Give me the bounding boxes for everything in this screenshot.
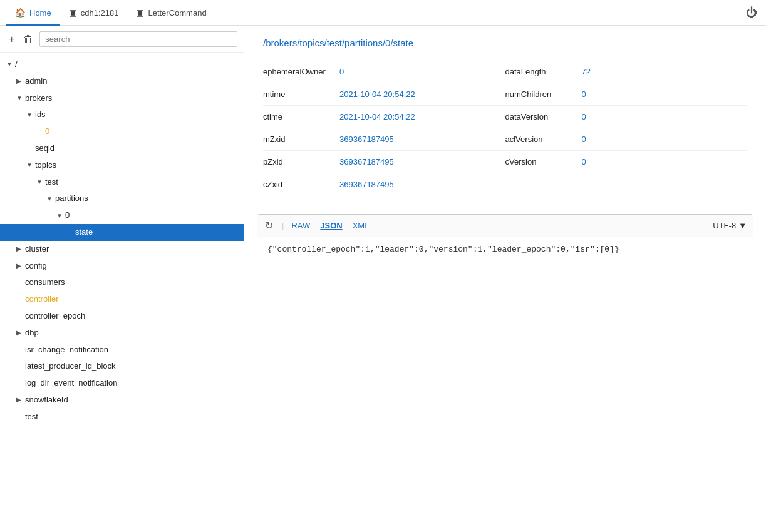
tree-node-log_dir[interactable]: log_dir_event_notification	[0, 375, 244, 392]
tree-node-test2[interactable]: test	[0, 409, 244, 426]
tree-label: consumers	[25, 276, 65, 289]
meta-key: dataLength	[505, 67, 574, 76]
tree-node-controller[interactable]: controller	[0, 291, 244, 308]
tree-arrow: ▼	[46, 194, 55, 204]
meta-value: 369367187495	[339, 157, 394, 166]
tree-node-cluster[interactable]: ▶cluster	[0, 241, 244, 258]
tree-node-latest_producer[interactable]: latest_producer_id_block	[0, 358, 244, 375]
encoding-select[interactable]: UTF-8 ▼	[713, 221, 747, 230]
tab-lettercommand-label: LetterCommand	[148, 8, 206, 18]
meta-row: ephemeralOwner0	[263, 61, 505, 83]
meta-left-col: ephemeralOwner0mtime2021-10-04 20:54:22c…	[263, 61, 505, 195]
tree-arrow: ▶	[16, 244, 25, 254]
tree-node-snowflakeId[interactable]: ▶snowflakeId	[0, 392, 244, 409]
meta-right-col: dataLength72numChildren0dataVersion0aclV…	[505, 61, 748, 195]
tree-label: cluster	[25, 243, 49, 256]
meta-row: mtime2021-10-04 20:54:22	[263, 83, 505, 106]
tree-label: isr_change_notification	[25, 344, 108, 357]
tree-node-consumers[interactable]: consumers	[0, 274, 244, 291]
format-json-button[interactable]: JSON	[315, 218, 347, 233]
tab-home-label: Home	[29, 8, 51, 18]
meta-row: pZxid369367187495	[263, 151, 505, 173]
meta-key: dataVersion	[505, 112, 574, 121]
tree-arrow: ▼	[56, 211, 65, 221]
encoding-label: UTF-8	[713, 221, 736, 230]
add-button[interactable]: +	[6, 33, 17, 46]
meta-value: 2021-10-04 20:54:22	[339, 90, 415, 99]
tree-node-topics[interactable]: ▼topics	[0, 157, 244, 174]
tree-node-ids_0[interactable]: 0	[0, 123, 244, 140]
tree-node-dhp[interactable]: ▶dhp	[0, 325, 244, 342]
refresh-button[interactable]: ↻	[264, 218, 274, 233]
tree-arrow: ▶	[16, 261, 25, 271]
tree-label: config	[25, 260, 47, 273]
tree-arrow: ▶	[16, 328, 25, 338]
tree-label: partitions	[55, 192, 88, 205]
meta-row: numChildren0	[505, 83, 748, 106]
tree-node-controller_epoch[interactable]: controller_epoch	[0, 308, 244, 325]
data-panel: ↻ | RAW JSON XML UTF-8 ▼ {"controller_ep…	[257, 214, 753, 275]
delete-button[interactable]: 🗑	[21, 33, 36, 46]
tab-home[interactable]: 🏠 Home	[6, 1, 60, 26]
tree-node-partitions[interactable]: ▼partitions	[0, 190, 244, 207]
tree-label: test	[45, 176, 58, 189]
meta-value: 0	[582, 157, 586, 166]
tree-arrow: ▶	[16, 76, 25, 86]
data-panel-toolbar: ↻ | RAW JSON XML UTF-8 ▼	[257, 215, 753, 237]
meta-row: cZxid369367187495	[263, 173, 505, 195]
tree-label: brokers	[25, 92, 52, 105]
meta-row: ctime2021-10-04 20:54:22	[263, 106, 505, 128]
tree-label: 0	[45, 125, 49, 138]
tree-label: controller_epoch	[25, 310, 85, 323]
tree-node-root[interactable]: ▼/	[0, 56, 244, 73]
format-xml-button[interactable]: XML	[348, 218, 375, 233]
meta-value: 2021-10-04 20:54:22	[339, 112, 415, 121]
meta-row: cVersion0	[505, 151, 748, 173]
search-input[interactable]	[39, 31, 237, 47]
meta-value: 0	[582, 135, 586, 144]
lettercommand-icon: ▣	[136, 8, 144, 18]
tree-arrow: ▼	[26, 160, 35, 170]
tree-arrow: ▶	[16, 395, 25, 405]
tree-node-seqid[interactable]: seqid	[0, 140, 244, 157]
tree-arrow: ▼	[6, 59, 15, 69]
meta-value: 0	[582, 112, 586, 121]
tree-arrow: ▼	[16, 93, 25, 103]
power-button[interactable]: ⏻	[743, 4, 760, 22]
meta-key: numChildren	[505, 90, 574, 99]
meta-row: mZxid369367187495	[263, 128, 505, 151]
tree-node-state[interactable]: state	[0, 224, 244, 241]
meta-row: dataVersion0	[505, 106, 748, 128]
tree-label: seqid	[35, 142, 54, 155]
meta-grid: ephemeralOwner0mtime2021-10-04 20:54:22c…	[244, 54, 766, 208]
format-raw-button[interactable]: RAW	[286, 218, 315, 233]
tree-node-admin[interactable]: ▶admin	[0, 73, 244, 90]
meta-value: 369367187495	[339, 135, 394, 144]
tree-label: ids	[35, 108, 46, 121]
tree-label: admin	[25, 75, 47, 88]
tree-label: 0	[65, 209, 70, 222]
data-content: {"controller_epoch":1,"leader":0,"versio…	[257, 237, 753, 275]
cdh1-icon: ▣	[69, 8, 77, 18]
meta-key: mZxid	[263, 135, 332, 144]
tree-arrow: ▼	[26, 110, 35, 120]
tree-node-ids[interactable]: ▼ids	[0, 106, 244, 123]
meta-key: pZxid	[263, 157, 332, 166]
meta-key: aclVersion	[505, 135, 574, 144]
tree-node-test[interactable]: ▼test	[0, 174, 244, 191]
tree-node-config[interactable]: ▶config	[0, 258, 244, 275]
tree-label: state	[75, 226, 93, 239]
tree-label: latest_producer_id_block	[25, 360, 116, 373]
tree-node-part_0[interactable]: ▼0	[0, 207, 244, 224]
meta-value: 0	[339, 67, 344, 76]
tree-arrow: ▼	[36, 177, 45, 187]
tree-label: snowflakeId	[25, 394, 68, 407]
meta-key: ctime	[263, 112, 332, 121]
tab-cdh1[interactable]: ▣ cdh1:2181	[60, 1, 128, 26]
tab-lettercommand[interactable]: ▣ LetterCommand	[127, 1, 215, 26]
meta-key: cZxid	[263, 180, 332, 189]
meta-key: mtime	[263, 90, 332, 99]
tree-node-isr_change[interactable]: isr_change_notification	[0, 342, 244, 359]
tree-node-brokers[interactable]: ▼brokers	[0, 90, 244, 107]
tree-label: /	[15, 58, 18, 71]
